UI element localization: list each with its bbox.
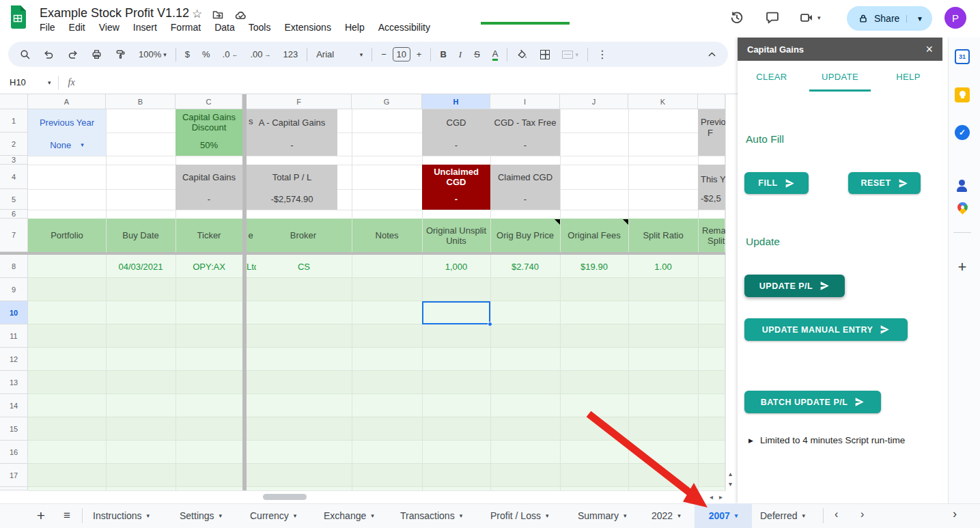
sheet-row-13[interactable] xyxy=(28,371,725,394)
runtime-note[interactable]: ▶ Limited to 4 minutes Script run-time xyxy=(748,435,905,445)
disclosure-triangle-icon[interactable]: ▶ xyxy=(748,437,753,444)
font-size-input[interactable]: 10 xyxy=(393,47,410,61)
header-notes[interactable]: Notes xyxy=(352,219,422,252)
hide-menus-icon[interactable] xyxy=(701,42,728,67)
expand-panel-icon[interactable]: › xyxy=(953,507,957,521)
strikethrough-button[interactable]: S xyxy=(468,42,486,67)
row-header-partial[interactable] xyxy=(0,487,28,490)
cell-split-ratio[interactable]: 1.00 xyxy=(628,255,698,278)
row-header-12[interactable]: 12 xyxy=(0,348,28,371)
scroll-right-icon[interactable]: ▸ xyxy=(719,493,723,501)
sheet-row-15[interactable] xyxy=(28,417,725,441)
meet-caret-icon[interactable]: ▾ xyxy=(817,14,821,21)
sheet-row-12[interactable] xyxy=(28,348,725,371)
sheet-tab-instructions[interactable]: Instructions▾ xyxy=(93,503,150,528)
prev-sheets-icon[interactable]: ‹ xyxy=(835,508,838,520)
horizontal-scrollbar[interactable] xyxy=(28,490,725,503)
redo-icon[interactable] xyxy=(61,42,85,67)
calendar-icon[interactable]: 31 xyxy=(955,49,970,64)
paint-format-icon[interactable] xyxy=(109,42,132,67)
name-box[interactable]: H10 xyxy=(0,77,48,87)
fill-color-icon[interactable] xyxy=(510,42,534,67)
menu-accessibility[interactable]: Accessibility xyxy=(373,20,436,34)
close-icon[interactable]: × xyxy=(925,42,933,57)
star-icon[interactable]: ☆ xyxy=(192,7,202,21)
sheet-row-16[interactable] xyxy=(28,441,725,464)
horizontal-scrollbar-thumb[interactable] xyxy=(263,494,307,500)
menu-edit[interactable]: Edit xyxy=(64,20,91,34)
print-icon[interactable] xyxy=(85,42,109,67)
row-header-5[interactable]: 5 xyxy=(0,189,28,210)
undo-icon[interactable] xyxy=(37,42,61,67)
header-split-ratio[interactable]: Split Ratio xyxy=(628,219,698,252)
scroll-up-icon[interactable]: ▴ xyxy=(729,470,732,477)
row-header-16[interactable]: 16 xyxy=(0,441,28,464)
keep-icon[interactable] xyxy=(955,87,970,102)
version-history-icon[interactable] xyxy=(729,10,744,28)
column-header-F[interactable]: F xyxy=(247,94,352,109)
add-sheet-icon[interactable]: + xyxy=(33,507,49,525)
add-addon-icon[interactable]: + xyxy=(955,260,970,275)
header-ticker[interactable]: Ticker xyxy=(176,219,242,252)
header-portfolio[interactable]: Portfolio xyxy=(28,219,106,252)
cell-previous-partial[interactable]: Previo F xyxy=(698,109,725,156)
tab-update[interactable]: UPDATE xyxy=(806,72,874,82)
column-header-I[interactable]: I xyxy=(490,94,560,109)
bold-button[interactable]: B xyxy=(434,42,452,67)
tab-help[interactable]: HELP xyxy=(874,72,942,82)
vertical-scrollbar[interactable] xyxy=(725,94,737,490)
batch-update-pl-button[interactable]: BATCH UPDATE P/L xyxy=(744,391,881,413)
sheet-tab-settings[interactable]: Settings▾ xyxy=(180,503,222,528)
row-header-2[interactable]: 2 xyxy=(0,133,28,156)
header-broker[interactable]: Broker xyxy=(255,219,352,252)
menu-file[interactable]: File xyxy=(34,20,61,34)
tab-clear[interactable]: CLEAR xyxy=(738,72,806,82)
sheet-tab-deferred[interactable]: Deferred▾ xyxy=(760,503,805,528)
sheet-tab-currency[interactable]: Currency▾ xyxy=(250,503,296,528)
reset-button[interactable]: RESET xyxy=(848,172,921,194)
cell-a-capital-gains[interactable]: s A - Capital Gains - xyxy=(247,109,337,156)
cell-capital-gains[interactable]: Capital Gains - xyxy=(176,165,242,210)
cell-cgd[interactable]: CGD - xyxy=(422,109,490,156)
scroll-down-icon[interactable]: ▾ xyxy=(729,480,732,488)
cell-original-fees[interactable]: $19.90 xyxy=(560,255,628,278)
cell-total-pl[interactable]: Total P / L -$2,574.90 xyxy=(247,165,337,210)
document-title[interactable]: Example Stock Profit V1.12 xyxy=(40,6,189,20)
row-header-15[interactable]: 15 xyxy=(0,417,28,441)
row-header-1[interactable]: 1 xyxy=(0,109,28,133)
row-header-4[interactable]: 4 xyxy=(0,165,28,189)
more-formats-button[interactable]: 123 xyxy=(277,42,305,67)
tasks-icon[interactable]: ✓ xyxy=(955,125,970,140)
decrease-font-size-button[interactable]: − xyxy=(375,42,393,67)
cell-orig-unsplit-units[interactable]: 1,000 xyxy=(422,255,490,278)
contacts-icon[interactable] xyxy=(955,178,970,193)
format-percent-button[interactable]: % xyxy=(196,42,216,67)
header-buy-date[interactable]: Buy Date xyxy=(106,219,176,252)
column-header-G[interactable]: G xyxy=(352,94,422,109)
share-dropdown[interactable]: ▼ xyxy=(906,15,932,23)
cell-orig-buy-price[interactable]: $2.740 xyxy=(490,255,560,278)
maps-icon[interactable] xyxy=(957,202,968,212)
zoom-control[interactable]: 100%▾ xyxy=(132,42,173,67)
cell-unclaimed-cgd[interactable]: Unclaimed CGD - xyxy=(422,165,490,210)
cell-cg-discount[interactable]: Capital Gains Discount 50% xyxy=(176,109,242,156)
update-manual-entry-button[interactable]: UPDATE MANUAL ENTRY xyxy=(744,318,908,341)
borders-icon[interactable] xyxy=(534,42,556,67)
increase-font-size-button[interactable]: + xyxy=(410,42,428,67)
sheet-tab-2007[interactable]: 2007▾ xyxy=(695,503,752,528)
menu-insert[interactable]: Insert xyxy=(128,20,163,34)
column-header-H[interactable]: H xyxy=(422,94,490,109)
decrease-decimals-button[interactable]: .0← xyxy=(216,42,244,67)
cell-ticker[interactable]: OPY:AX xyxy=(176,255,242,278)
avatar[interactable]: P xyxy=(944,7,966,29)
cell-broker[interactable]: CS xyxy=(256,255,352,278)
font-selector[interactable]: Arial▾ xyxy=(310,42,369,67)
row-header-8[interactable]: 8 xyxy=(0,255,28,278)
column-header-B[interactable]: B xyxy=(106,94,176,109)
sheets-logo-icon[interactable] xyxy=(10,5,26,31)
header-remaining-split-partial[interactable]: Remai Split xyxy=(698,219,725,252)
menu-help[interactable]: Help xyxy=(339,20,370,34)
column-header-partial[interactable] xyxy=(698,94,725,109)
sheet-tab-exchange[interactable]: Exchange▾ xyxy=(324,503,374,528)
selected-cell-H10[interactable] xyxy=(422,301,490,324)
